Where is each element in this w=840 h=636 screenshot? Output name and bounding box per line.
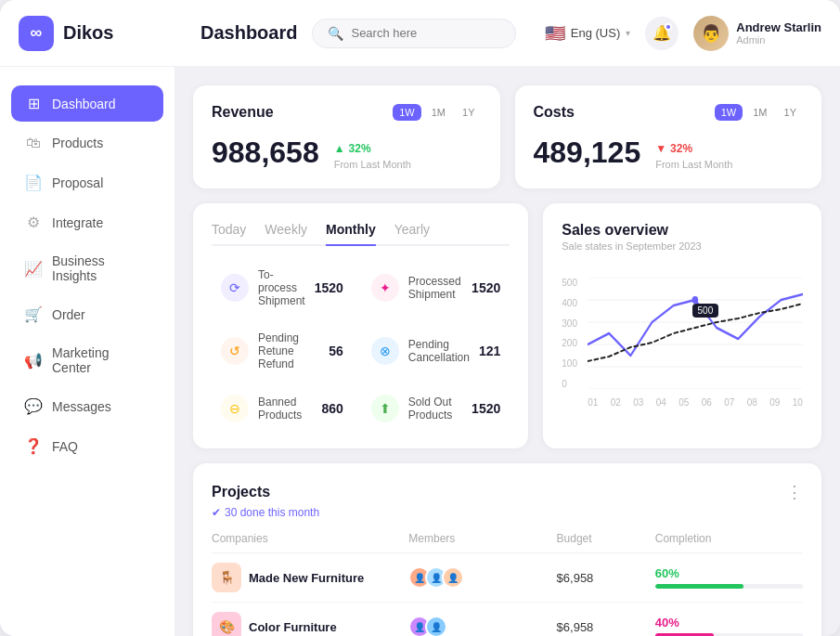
sidebar-label-marketing-center: Marketing Center [52,345,150,375]
gear-icon: ⚙ [24,214,43,231]
completion-cell: 60% [655,566,803,589]
sidebar-item-business-insights[interactable]: 📈 Business Insights [11,244,163,292]
revenue-card: Revenue 1W 1M 1Y 988,658 ▲ 32% From Last… [193,85,500,188]
completion-percent: 60% [655,566,803,580]
shipment-count: 1520 [472,401,500,416]
costs-change-label: From Last Month [655,159,732,170]
revenue-tab-1y[interactable]: 1Y [456,104,481,121]
shipment-name: Processed Shipment [408,275,462,301]
costs-tab-1w[interactable]: 1W [715,104,743,121]
progress-bar [655,584,803,589]
shipment-info: Processed Shipment [408,275,462,301]
sidebar-item-integrate[interactable]: ⚙ Integrate [11,204,163,240]
chat-icon: 💬 [24,397,43,415]
shipment-info: Pending Retune Refund [258,331,319,370]
company-name: Made New Furniture [249,571,364,585]
list-item: ↺ Pending Retune Refund 56 [212,324,353,378]
projects-table-header: Companies Members Budget Completion [212,532,803,553]
sidebar-item-faq[interactable]: ❓ FAQ [11,428,163,464]
shipment-count: 1520 [315,280,343,295]
search-icon: 🔍 [328,26,343,41]
search-input[interactable] [351,26,500,40]
search-bar[interactable]: 🔍 [312,19,516,48]
user-details: Andrew Starlin Admin [736,20,821,45]
revenue-tab-1m[interactable]: 1M [425,104,452,121]
svg-point-6 [692,296,699,304]
shipments-card: Today Weekly Monthly Yearly ⟳ To-process… [193,203,528,448]
revenue-metric-row: 988,658 ▲ 32% From Last Month [212,136,482,170]
period-tab-yearly[interactable]: Yearly [394,222,430,246]
sales-title-block: Sales overview Sale states in September … [562,222,701,263]
list-item: ⊗ Pending Cancellation 121 [362,324,510,378]
to-process-icon: ⟳ [221,274,249,302]
costs-tab-1m[interactable]: 1M [746,104,773,121]
sidebar-item-products[interactable]: 🛍 Products [11,125,163,161]
budget-cell: $6,958 [557,571,655,585]
period-tabs: Today Weekly Monthly Yearly [212,222,510,246]
col-companies: Companies [212,532,408,545]
sales-overview-card: Sales overview Sale states in September … [543,203,821,448]
period-tab-monthly[interactable]: Monthly [326,222,376,246]
cancellation-icon: ⊗ [371,337,399,365]
check-icon: ✔ [212,506,221,519]
sidebar-item-order[interactable]: 🛒 Order [11,296,163,332]
soldout-icon: ⬆ [371,395,399,422]
sales-title: Sales overview [562,222,701,239]
sidebar-item-dashboard[interactable]: ⊞ Dashboard [11,85,163,122]
company-cell: 🎨 Color Furniture [212,612,408,636]
completion-percent: 40% [655,616,803,630]
list-item: ⊖ Banned Products 860 [212,387,353,430]
shipment-count: 121 [479,344,500,358]
sales-subtitle: Sale states in September 2023 [562,240,701,252]
user-name: Andrew Starlin [736,20,821,34]
language-selector[interactable]: 🇺🇸 Eng (US) ▾ [545,23,630,44]
sidebar-item-marketing-center[interactable]: 📢 Marketing Center [11,336,163,384]
shipment-name: Pending Cancellation [408,338,470,364]
revenue-card-header: Revenue 1W 1M 1Y [212,104,482,121]
shipment-info: Banned Products [258,396,313,422]
sidebar-label-order: Order [52,307,85,322]
page-title: Dashboard [200,22,297,44]
company-cell: 🪑 Made New Furniture [212,563,408,592]
sidebar-item-messages[interactable]: 💬 Messages [11,388,163,424]
costs-change: ▼ 32% [655,142,732,155]
shipment-name: Pending Retune Refund [258,331,319,370]
sidebar-item-proposal[interactable]: 📄 Proposal [11,164,163,201]
progress-fill [655,584,744,589]
revenue-tab-1w[interactable]: 1W [393,104,421,121]
projects-title: Projects [212,484,270,500]
notification-dot [665,23,672,31]
notifications-button[interactable]: 🔔 [645,17,678,50]
costs-metric-row: 489,125 ▼ 32% From Last Month [534,136,804,170]
shipment-info: To-process Shipment [258,268,305,307]
question-icon: ❓ [24,437,43,455]
sales-chart-area: 500 400 300 200 100 0 [562,278,803,408]
shopping-bag-icon: 🛍 [24,135,43,151]
members-cell: 👤 👤 👤 [408,566,556,589]
chart-y-labels: 500 400 300 200 100 0 [562,278,577,389]
chart-x-labels: 0102030405 0607080910 [588,397,803,408]
metrics-row: Revenue 1W 1M 1Y 988,658 ▲ 32% From Last… [193,85,821,188]
sidebar-label-dashboard: Dashboard [52,97,116,111]
revenue-change-block: ▲ 32% From Last Month [334,142,411,170]
revenue-value: 988,658 [212,136,319,170]
costs-title: Costs [534,104,575,121]
sidebar-label-messages: Messages [52,399,111,414]
budget-cell: $6,958 [557,620,655,634]
costs-tab-1y[interactable]: 1Y [778,104,803,121]
flag-icon: 🇺🇸 [545,23,565,44]
period-tab-weekly[interactable]: Weekly [265,222,307,246]
period-tab-today[interactable]: Today [212,222,246,246]
shipment-info: Sold Out Products [408,396,462,422]
list-item: ✦ Processed Shipment 1520 [362,261,510,315]
revenue-time-tabs: 1W 1M 1Y [393,104,481,121]
list-item: ⟳ To-process Shipment 1520 [212,261,353,315]
main-layout: ⊞ Dashboard 🛍 Products 📄 Proposal ⚙ Inte… [0,67,840,636]
logo-area: ∞ Dikos [19,16,186,51]
shipment-grid: ⟳ To-process Shipment 1520 ✦ Processed S… [212,261,510,430]
costs-time-tabs: 1W 1M 1Y [715,104,803,121]
document-icon: 📄 [24,174,43,191]
logo-icon: ∞ [19,16,54,51]
shipment-name: Banned Products [258,396,313,422]
more-options-button[interactable]: ⋮ [786,482,803,502]
